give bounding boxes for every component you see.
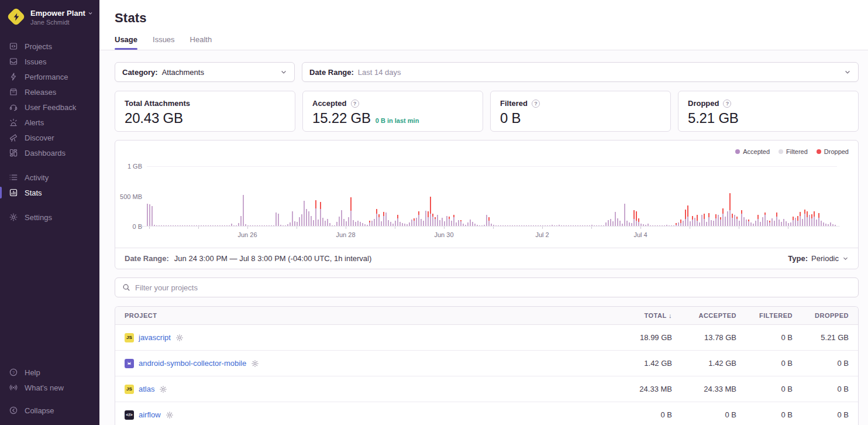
type-select[interactable]: Type: Periodic: [788, 254, 849, 263]
column-project[interactable]: Project: [115, 312, 616, 319]
usage-bar: [264, 225, 265, 226]
project-link[interactable]: android-symbol-collector-mobile: [139, 359, 246, 368]
sidebar-item-user-feedback[interactable]: User Feedback: [0, 100, 99, 115]
column-dropped[interactable]: Dropped: [802, 312, 858, 319]
sidebar-item-discover[interactable]: Discover: [0, 130, 99, 145]
usage-bar: [271, 225, 272, 226]
usage-bar: [779, 220, 780, 226]
usage-bar: [746, 220, 747, 226]
usage-bar: [371, 221, 373, 226]
tab-health[interactable]: Health: [190, 35, 212, 50]
help-icon[interactable]: ?: [532, 100, 540, 108]
usage-bar: [652, 225, 653, 226]
usage-bar: [704, 214, 705, 226]
collapse-button[interactable]: Collapse: [0, 403, 99, 418]
footer-date-range-label: Date Range:: [125, 254, 169, 263]
usage-bar: [175, 225, 176, 226]
legend-item-accepted[interactable]: Accepted: [735, 148, 770, 155]
usage-bar: [444, 221, 445, 226]
help-icon[interactable]: ?: [351, 100, 359, 108]
usage-bar: [449, 217, 450, 226]
help-icon[interactable]: ?: [723, 100, 731, 108]
usage-bar: [308, 211, 309, 226]
usage-bar: [159, 225, 160, 226]
sidebar-item-label: Settings: [25, 213, 52, 222]
usage-bar: [559, 225, 560, 226]
sidebar-item-help[interactable]: ?Help: [0, 365, 99, 380]
footer-date-range-value: Jun 24 3:00 PM — Jul 8 3:00 PM (-04:00 U…: [174, 254, 371, 263]
table-row: </>airflow0 B0 B0 B0 B: [115, 402, 858, 425]
date-range-select[interactable]: Date Range: Last 14 days: [302, 62, 859, 82]
sidebar-item-dashboards[interactable]: Dashboards: [0, 145, 99, 160]
usage-bar: [828, 224, 829, 226]
table-row: android-symbol-collector-mobile1.42 GB1.…: [115, 351, 858, 376]
usage-bar: [643, 224, 644, 226]
x-axis-tick: [297, 227, 297, 229]
sidebar-item-what-s-new[interactable]: What's new: [0, 380, 99, 395]
usage-bar: [378, 214, 380, 226]
usage-bar: [259, 225, 260, 226]
sidebar-item-stats[interactable]: Stats: [0, 185, 99, 200]
sidebar-item-label: Stats: [25, 188, 42, 197]
usage-bar: [407, 224, 408, 226]
project-link[interactable]: atlas: [139, 385, 154, 393]
tab-issues[interactable]: Issues: [153, 35, 175, 50]
usage-bar: [582, 225, 583, 226]
org-switcher[interactable]: Empower Plant Jane Schmidt: [0, 0, 99, 33]
project-link[interactable]: airflow: [139, 410, 161, 419]
project-settings-gear-icon[interactable]: [251, 359, 259, 368]
dropped-value: 0 B: [802, 385, 858, 393]
usage-bar: [725, 217, 726, 226]
usage-bar: [832, 224, 833, 226]
usage-bar: [184, 225, 185, 226]
usage-bar: [411, 220, 412, 226]
dashboards-icon: [9, 148, 18, 157]
sidebar-item-releases[interactable]: Releases: [0, 84, 99, 100]
usage-bar: [631, 223, 632, 226]
project-filter-input[interactable]: [135, 283, 851, 292]
column-filtered[interactable]: Filtered: [746, 312, 802, 319]
usage-bar: [790, 222, 791, 226]
usage-bar: [369, 221, 370, 226]
usage-bar: [421, 219, 422, 226]
usage-bar: [577, 225, 578, 226]
usage-bar: [327, 219, 328, 226]
usage-bar: [706, 222, 707, 226]
platform-icon-code: </>: [125, 410, 134, 420]
sidebar-item-activity[interactable]: Activity: [0, 170, 99, 185]
sidebar-item-settings[interactable]: Settings: [0, 210, 99, 225]
x-axis-tick: [591, 227, 592, 229]
platform-icon-javascript: JS: [125, 333, 134, 342]
project-settings-gear-icon[interactable]: [159, 385, 167, 393]
sidebar-item-issues[interactable]: Issues: [0, 54, 99, 69]
column-accepted[interactable]: Accepted: [681, 312, 746, 319]
sidebar-nav: ProjectsIssuesPerformanceReleasesUser Fe…: [0, 39, 99, 225]
sidebar-item-projects[interactable]: Projects: [0, 39, 99, 54]
legend-item-filtered[interactable]: Filtered: [779, 148, 808, 155]
usage-bar: [294, 221, 295, 226]
empower-plant-logo-icon: [8, 8, 25, 26]
sidebar-item-performance[interactable]: Performance: [0, 69, 99, 84]
legend-item-dropped[interactable]: Dropped: [817, 148, 849, 155]
sidebar-item-label: Discover: [25, 133, 54, 142]
usage-bar: [521, 225, 522, 226]
x-axis-label: Jul 4: [633, 231, 647, 238]
usage-bar: [636, 211, 637, 226]
project-link[interactable]: javascript: [139, 333, 171, 342]
projects-icon: [9, 42, 18, 51]
sidebar-item-alerts[interactable]: Alerts: [0, 115, 99, 130]
y-axis-label: 500 MB: [118, 193, 142, 200]
usage-bar: [540, 225, 541, 226]
tab-usage[interactable]: Usage: [115, 35, 137, 50]
usage-bar: [254, 225, 256, 226]
column-total[interactable]: Total ↓: [616, 312, 681, 319]
usage-bar: [470, 220, 471, 226]
project-settings-gear-icon[interactable]: [166, 411, 174, 419]
usage-bar: [182, 225, 183, 226]
usage-bar: [554, 225, 555, 226]
usage-bar: [435, 217, 436, 226]
sidebar-item-label: Dashboards: [25, 149, 66, 157]
category-select[interactable]: Category: Attachments: [115, 62, 295, 82]
project-settings-gear-icon[interactable]: [175, 334, 184, 342]
usage-bar: [708, 213, 709, 226]
